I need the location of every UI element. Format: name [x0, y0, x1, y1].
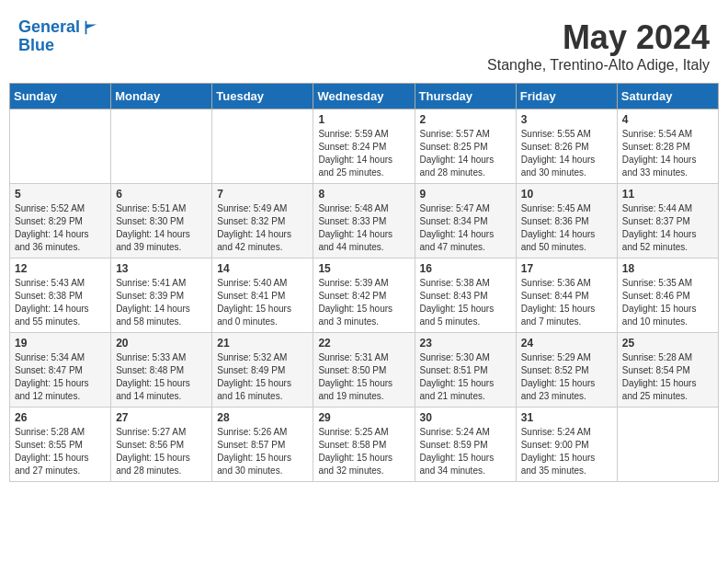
day-number: 8: [318, 188, 409, 201]
day-info: Sunrise: 5:29 AM Sunset: 8:52 PM Dayligh…: [521, 351, 612, 403]
weekday-header-sunday: Sunday: [10, 84, 111, 109]
calendar-week-row: 26Sunrise: 5:28 AM Sunset: 8:55 PM Dayli…: [10, 408, 719, 482]
day-number: 12: [15, 262, 106, 275]
day-info: Sunrise: 5:32 AM Sunset: 8:49 PM Dayligh…: [217, 351, 308, 403]
calendar-cell: 25Sunrise: 5:28 AM Sunset: 8:54 PM Dayli…: [617, 333, 718, 408]
day-info: Sunrise: 5:59 AM Sunset: 8:24 PM Dayligh…: [318, 128, 409, 179]
logo-text-general: General: [18, 18, 80, 37]
calendar-cell: 13Sunrise: 5:41 AM Sunset: 8:39 PM Dayli…: [111, 259, 212, 333]
day-info: Sunrise: 5:43 AM Sunset: 8:38 PM Dayligh…: [15, 277, 106, 328]
day-number: 16: [420, 262, 511, 275]
calendar-cell: 8Sunrise: 5:48 AM Sunset: 8:33 PM Daylig…: [313, 184, 415, 259]
day-info: Sunrise: 5:52 AM Sunset: 8:29 PM Dayligh…: [15, 202, 106, 254]
calendar-cell: 28Sunrise: 5:26 AM Sunset: 8:57 PM Dayli…: [212, 408, 313, 482]
day-info: Sunrise: 5:34 AM Sunset: 8:47 PM Dayligh…: [15, 351, 106, 403]
day-info: Sunrise: 5:45 AM Sunset: 8:36 PM Dayligh…: [521, 202, 612, 254]
calendar-cell: 21Sunrise: 5:32 AM Sunset: 8:49 PM Dayli…: [212, 333, 313, 408]
calendar-cell: 1Sunrise: 5:59 AM Sunset: 8:24 PM Daylig…: [313, 109, 415, 184]
day-info: Sunrise: 5:40 AM Sunset: 8:41 PM Dayligh…: [217, 277, 308, 328]
day-number: 5: [15, 188, 106, 201]
day-number: 28: [217, 411, 308, 424]
calendar-cell: 30Sunrise: 5:24 AM Sunset: 8:59 PM Dayli…: [415, 408, 516, 482]
calendar-cell: 26Sunrise: 5:28 AM Sunset: 8:55 PM Dayli…: [10, 408, 111, 482]
calendar-cell: 19Sunrise: 5:34 AM Sunset: 8:47 PM Dayli…: [10, 333, 111, 408]
day-info: Sunrise: 5:25 AM Sunset: 8:58 PM Dayligh…: [318, 426, 409, 477]
day-info: Sunrise: 5:36 AM Sunset: 8:44 PM Dayligh…: [521, 277, 612, 328]
day-info: Sunrise: 5:38 AM Sunset: 8:43 PM Dayligh…: [420, 277, 511, 328]
day-number: 22: [318, 337, 409, 350]
day-info: Sunrise: 5:51 AM Sunset: 8:30 PM Dayligh…: [116, 202, 207, 254]
day-number: 2: [420, 113, 511, 126]
calendar-cell: 5Sunrise: 5:52 AM Sunset: 8:29 PM Daylig…: [10, 184, 111, 259]
day-info: Sunrise: 5:44 AM Sunset: 8:37 PM Dayligh…: [622, 202, 713, 254]
day-number: 4: [622, 113, 713, 126]
calendar-cell: 18Sunrise: 5:35 AM Sunset: 8:46 PM Dayli…: [617, 259, 718, 333]
calendar-cell: 3Sunrise: 5:55 AM Sunset: 8:26 PM Daylig…: [516, 109, 617, 184]
day-number: 27: [116, 411, 207, 424]
day-info: Sunrise: 5:54 AM Sunset: 8:28 PM Dayligh…: [622, 128, 713, 179]
weekday-header-tuesday: Tuesday: [212, 84, 313, 109]
calendar-cell: 10Sunrise: 5:45 AM Sunset: 8:36 PM Dayli…: [516, 184, 617, 259]
calendar-cell: 4Sunrise: 5:54 AM Sunset: 8:28 PM Daylig…: [617, 109, 718, 184]
weekday-header-row: SundayMondayTuesdayWednesdayThursdayFrid…: [10, 84, 719, 109]
day-number: 1: [318, 113, 409, 126]
location-title: Stanghe, Trentino-Alto Adige, Italy: [487, 57, 710, 74]
day-info: Sunrise: 5:39 AM Sunset: 8:42 PM Dayligh…: [318, 277, 409, 328]
calendar-cell: 2Sunrise: 5:57 AM Sunset: 8:25 PM Daylig…: [415, 109, 516, 184]
calendar-cell: 12Sunrise: 5:43 AM Sunset: 8:38 PM Dayli…: [10, 259, 111, 333]
day-info: Sunrise: 5:28 AM Sunset: 8:55 PM Dayligh…: [15, 426, 106, 477]
day-number: 15: [318, 262, 409, 275]
calendar-cell: 15Sunrise: 5:39 AM Sunset: 8:42 PM Dayli…: [313, 259, 415, 333]
day-number: 7: [217, 188, 308, 201]
day-number: 13: [116, 262, 207, 275]
day-number: 31: [521, 411, 612, 424]
calendar-cell: 20Sunrise: 5:33 AM Sunset: 8:48 PM Dayli…: [111, 333, 212, 408]
day-number: 6: [116, 188, 207, 201]
svg-marker-0: [85, 21, 97, 34]
calendar-cell: 29Sunrise: 5:25 AM Sunset: 8:58 PM Dayli…: [313, 408, 415, 482]
day-info: Sunrise: 5:47 AM Sunset: 8:34 PM Dayligh…: [420, 202, 511, 254]
calendar-cell: [617, 408, 718, 482]
day-number: 17: [521, 262, 612, 275]
weekday-header-thursday: Thursday: [415, 84, 516, 109]
day-info: Sunrise: 5:30 AM Sunset: 8:51 PM Dayligh…: [420, 351, 511, 403]
day-info: Sunrise: 5:48 AM Sunset: 8:33 PM Dayligh…: [318, 202, 409, 254]
day-info: Sunrise: 5:41 AM Sunset: 8:39 PM Dayligh…: [116, 277, 207, 328]
calendar-week-row: 19Sunrise: 5:34 AM Sunset: 8:47 PM Dayli…: [10, 333, 719, 408]
weekday-header-wednesday: Wednesday: [313, 84, 415, 109]
day-number: 26: [15, 411, 106, 424]
weekday-header-friday: Friday: [516, 84, 617, 109]
calendar-cell: 9Sunrise: 5:47 AM Sunset: 8:34 PM Daylig…: [415, 184, 516, 259]
logo-flag-icon: [82, 19, 98, 36]
day-info: Sunrise: 5:24 AM Sunset: 9:00 PM Dayligh…: [521, 426, 612, 477]
page-header: General Blue May 2024 Stanghe, Trentino-…: [9, 9, 719, 78]
page-container: General Blue May 2024 Stanghe, Trentino-…: [9, 9, 719, 482]
calendar-cell: 22Sunrise: 5:31 AM Sunset: 8:50 PM Dayli…: [313, 333, 415, 408]
calendar-cell: 31Sunrise: 5:24 AM Sunset: 9:00 PM Dayli…: [516, 408, 617, 482]
day-info: Sunrise: 5:57 AM Sunset: 8:25 PM Dayligh…: [420, 128, 511, 179]
day-number: 9: [420, 188, 511, 201]
day-number: 29: [318, 411, 409, 424]
calendar-cell: 17Sunrise: 5:36 AM Sunset: 8:44 PM Dayli…: [516, 259, 617, 333]
calendar-cell: [111, 109, 212, 184]
day-info: Sunrise: 5:28 AM Sunset: 8:54 PM Dayligh…: [622, 351, 713, 403]
calendar-week-row: 12Sunrise: 5:43 AM Sunset: 8:38 PM Dayli…: [10, 259, 719, 333]
day-number: 30: [420, 411, 511, 424]
calendar-cell: 6Sunrise: 5:51 AM Sunset: 8:30 PM Daylig…: [111, 184, 212, 259]
day-number: 25: [622, 337, 713, 350]
weekday-header-monday: Monday: [111, 84, 212, 109]
day-number: 24: [521, 337, 612, 350]
calendar-cell: 16Sunrise: 5:38 AM Sunset: 8:43 PM Dayli…: [415, 259, 516, 333]
day-number: 19: [15, 337, 106, 350]
calendar-table: SundayMondayTuesdayWednesdayThursdayFrid…: [9, 83, 719, 482]
calendar-cell: 7Sunrise: 5:49 AM Sunset: 8:32 PM Daylig…: [212, 184, 313, 259]
calendar-cell: 24Sunrise: 5:29 AM Sunset: 8:52 PM Dayli…: [516, 333, 617, 408]
day-info: Sunrise: 5:26 AM Sunset: 8:57 PM Dayligh…: [217, 426, 308, 477]
day-number: 14: [217, 262, 308, 275]
day-number: 18: [622, 262, 713, 275]
calendar-cell: 27Sunrise: 5:27 AM Sunset: 8:56 PM Dayli…: [111, 408, 212, 482]
day-info: Sunrise: 5:33 AM Sunset: 8:48 PM Dayligh…: [116, 351, 207, 403]
day-info: Sunrise: 5:49 AM Sunset: 8:32 PM Dayligh…: [217, 202, 308, 254]
day-info: Sunrise: 5:31 AM Sunset: 8:50 PM Dayligh…: [318, 351, 409, 403]
calendar-cell: 14Sunrise: 5:40 AM Sunset: 8:41 PM Dayli…: [212, 259, 313, 333]
